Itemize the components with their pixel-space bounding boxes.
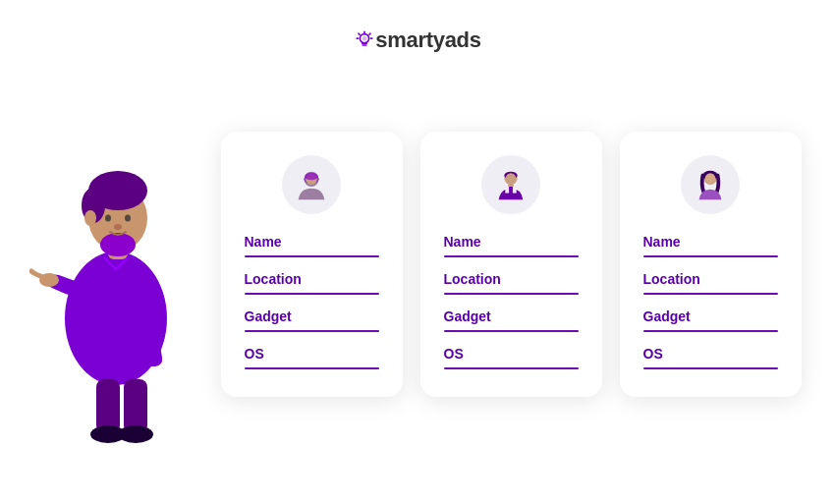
svg-point-12 xyxy=(90,174,141,197)
card-3-name-field: Name xyxy=(643,234,778,257)
card-2-os-field: OS xyxy=(444,346,579,369)
card-3-location-field: Location xyxy=(643,271,778,295)
main-content: Name Location Gadget OS xyxy=(0,73,835,456)
card-1-location-label: Location xyxy=(245,271,379,287)
svg-rect-19 xyxy=(124,379,147,433)
svg-point-15 xyxy=(105,215,111,222)
card-2-os-label: OS xyxy=(444,346,579,362)
card-2-name-label: Name xyxy=(444,234,579,250)
card-3-gadget-label: Gadget xyxy=(643,308,778,324)
avatar-1 xyxy=(282,155,341,214)
character-svg xyxy=(29,92,216,446)
card-1-os-field: OS xyxy=(245,346,379,369)
card-3-location-label: Location xyxy=(643,271,778,287)
card-2-os-line xyxy=(444,367,579,369)
svg-rect-18 xyxy=(96,379,120,433)
svg-point-35 xyxy=(705,173,715,183)
svg-line-2 xyxy=(359,33,360,34)
svg-point-6 xyxy=(362,36,367,41)
card-3-os-field: OS xyxy=(643,346,778,369)
svg-rect-31 xyxy=(505,187,509,194)
card-3-location-line xyxy=(643,293,778,295)
character-illustration xyxy=(25,83,221,446)
card-1-os-label: OS xyxy=(245,346,379,362)
card-1-name-field: Name xyxy=(245,234,379,257)
avatar-icon-2 xyxy=(492,166,529,203)
avatar-2 xyxy=(481,155,540,214)
card-3-name-line xyxy=(643,255,778,257)
svg-point-13 xyxy=(84,210,96,226)
card-1-os-line xyxy=(245,367,379,369)
svg-rect-32 xyxy=(513,187,517,194)
header: smartyads xyxy=(0,0,835,73)
cards-container: Name Location Gadget OS xyxy=(221,132,802,397)
card-1-name-label: Name xyxy=(245,234,379,250)
card-2-gadget-label: Gadget xyxy=(444,308,579,324)
avatar-3 xyxy=(681,155,740,214)
profile-card-2: Name Location Gadget OS xyxy=(420,132,602,397)
avatar-icon-1 xyxy=(293,166,330,203)
card-3-os-line xyxy=(643,367,778,369)
card-3-gadget-line xyxy=(643,330,778,332)
svg-point-29 xyxy=(506,173,516,183)
svg-point-17 xyxy=(114,224,122,230)
card-2-name-line xyxy=(444,255,579,257)
card-3-gadget-field: Gadget xyxy=(643,308,778,332)
avatar-icon-3 xyxy=(692,166,729,203)
svg-point-26 xyxy=(305,173,317,181)
logo-icon xyxy=(354,29,375,51)
card-1-location-field: Location xyxy=(245,271,379,295)
profile-card-3: Name Location Gadget OS xyxy=(620,132,802,397)
card-2-gadget-line xyxy=(444,330,579,332)
logo-text: smartyads xyxy=(375,28,480,53)
card-1-location-line xyxy=(245,293,379,295)
svg-line-3 xyxy=(369,33,370,34)
card-2-gadget-field: Gadget xyxy=(444,308,579,332)
card-1-gadget-field: Gadget xyxy=(245,308,379,332)
card-2-location-field: Location xyxy=(444,271,579,295)
svg-point-16 xyxy=(125,215,131,222)
svg-point-14 xyxy=(100,233,136,256)
card-2-name-field: Name xyxy=(444,234,579,257)
card-1-gadget-line xyxy=(245,330,379,332)
svg-point-21 xyxy=(118,425,153,443)
card-2-location-label: Location xyxy=(444,271,579,287)
profile-card-1: Name Location Gadget OS xyxy=(221,132,403,397)
card-2-location-line xyxy=(444,293,579,295)
card-3-os-label: OS xyxy=(643,346,778,362)
card-1-gadget-label: Gadget xyxy=(245,308,379,324)
card-3-name-label: Name xyxy=(643,234,778,250)
card-1-name-line xyxy=(245,255,379,257)
